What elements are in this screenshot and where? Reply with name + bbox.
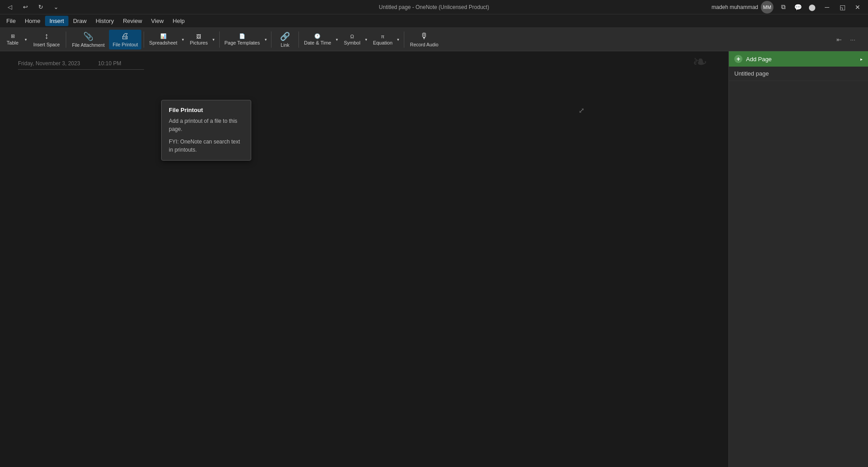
menu-item-history[interactable]: History [91,16,118,26]
spreadsheet-button-group: 📊 Spreadsheet ▾ [146,30,186,49]
status-icons: ⧉ 💬 ⬤ [777,2,818,13]
spreadsheet-button[interactable]: 📊 Spreadsheet [146,30,180,49]
chat-button[interactable]: 💬 [791,2,804,13]
page-list-item[interactable]: Untitled page [729,67,868,81]
ribbon-separator-6 [404,31,404,48]
sidebar-arrow: ▸ [860,57,863,62]
menu-item-insert[interactable]: Insert [45,16,69,26]
add-page-icon: + [734,55,742,63]
table-icon: ⊞ [11,33,15,39]
restore-button[interactable]: ◱ [836,2,849,13]
main-layout: ❧ Friday, November 3, 2023 10:10 PM File… [0,51,868,467]
tooltip-note: FYI: OneNote can search text in printout… [169,138,244,154]
titlebar-controls: madeh muhammad MM ⧉ 💬 ⬤ ─ ◱ ✕ [710,1,864,13]
ribbon-separator-3 [219,31,220,48]
file-printout-icon: 🖨 [121,31,129,41]
insert-space-button[interactable]: ↕ Insert Space [30,30,63,49]
minimize-button[interactable]: ─ [820,2,834,13]
undo-button[interactable]: ↩ [19,2,32,12]
link-icon: 🔗 [280,31,290,41]
symbol-arrow[interactable]: ▾ [363,30,369,49]
page-templates-button-group: 📄 Page Templates ▾ [222,30,269,49]
display-button[interactable]: ⧉ [777,2,790,13]
window-title: Untitled page - OneNote (Unlicensed Prod… [379,4,489,10]
table-arrow[interactable]: ▾ [23,30,29,49]
file-printout-tooltip: File Printout Add a printout of a file t… [161,100,251,161]
record-audio-icon: 🎙 [420,31,428,41]
spreadsheet-arrow[interactable]: ▾ [180,30,186,49]
page-date-label: Friday, November 3, 2023 [18,60,80,67]
symbol-icon: Ω [350,34,354,39]
symbol-button-group: Ω Symbol ▾ [341,30,370,49]
user-avatar: MM [761,1,773,13]
date-time-button[interactable]: 🕐 Date & Time [301,30,334,49]
table-button[interactable]: ⊞ Table [3,30,23,49]
file-attachment-button[interactable]: 📎 File Attachment [68,30,108,49]
sync-button[interactable]: ↻ [34,2,47,12]
link-button[interactable]: 🔗 Link [274,30,296,49]
back-button[interactable]: ◁ [4,2,16,12]
right-sidebar: + Add Page ▸ Untitled page [728,51,868,467]
menubar: File Home Insert Draw History Review Vie… [0,14,868,28]
close-button[interactable]: ✕ [851,2,864,13]
decorative-corner: ❧ [692,51,728,78]
record-audio-button[interactable]: 🎙 Record Audio [407,30,442,49]
insert-space-icon: ↕ [45,31,49,41]
page-templates-button[interactable]: 📄 Page Templates [222,30,263,49]
equation-button-group: π Equation ▾ [370,30,401,49]
tooltip-title: File Printout [169,107,244,113]
menu-item-draw[interactable]: Draw [68,16,91,26]
titlebar: ◁ ↩ ↻ ⌄ Untitled page - OneNote (Unlicen… [0,0,868,14]
date-time-arrow[interactable]: ▾ [334,30,340,49]
expand-button[interactable]: ⤢ [579,106,584,115]
equation-icon: π [381,34,384,39]
add-page-label: Add Page [746,56,772,63]
ribbon: ⊞ Table ▾ ↕ Insert Space 📎 File Attachme… [0,28,868,51]
file-attachment-icon: 📎 [83,31,93,41]
spreadsheet-icon: 📊 [160,33,167,39]
user-name-label: madeh muhammad [712,4,758,10]
content-area[interactable]: ❧ Friday, November 3, 2023 10:10 PM File… [0,51,728,467]
panel-toggle-button[interactable]: ⇤ [833,33,845,46]
user-info[interactable]: madeh muhammad MM [710,1,775,13]
page-templates-icon: 📄 [239,33,245,39]
symbol-button[interactable]: Ω Symbol [341,30,363,49]
pictures-button-group: 🖼 Pictures ▾ [187,30,217,49]
ribbon-separator-5 [298,31,299,48]
page-time-label: 10:10 PM [98,60,121,67]
settings-dot[interactable]: ⬤ [806,2,818,13]
menu-item-home[interactable]: Home [20,16,45,26]
menu-item-review[interactable]: Review [118,16,147,26]
equation-arrow[interactable]: ▾ [395,30,402,49]
add-page-button[interactable]: + Add Page ▸ [729,51,868,67]
page-templates-arrow[interactable]: ▾ [262,30,269,49]
menu-item-help[interactable]: Help [168,16,190,26]
more-ribbon-button[interactable]: ··· [846,33,859,46]
date-time-button-group: 🕐 Date & Time ▾ [301,30,340,49]
pictures-button[interactable]: 🖼 Pictures [187,30,211,49]
page-date-header: Friday, November 3, 2023 10:10 PM [18,60,144,70]
menu-item-file[interactable]: File [2,16,20,26]
ribbon-separator-4 [271,31,271,48]
equation-button[interactable]: π Equation [370,30,395,49]
date-time-icon: 🕐 [314,33,321,39]
menu-item-view[interactable]: View [147,16,168,26]
pictures-icon: 🖼 [196,34,201,39]
tooltip-description: Add a printout of a file to this page. [169,117,244,133]
ribbon-separator-2 [144,31,144,48]
pictures-arrow[interactable]: ▾ [211,30,217,49]
titlebar-left: ◁ ↩ ↻ ⌄ [4,2,62,12]
table-button-group: ⊞ Table ▾ [3,30,29,49]
ribbon-separator-1 [66,31,66,48]
more-quick-access[interactable]: ⌄ [50,2,62,12]
file-printout-button[interactable]: 🖨 File Printout [109,30,141,49]
